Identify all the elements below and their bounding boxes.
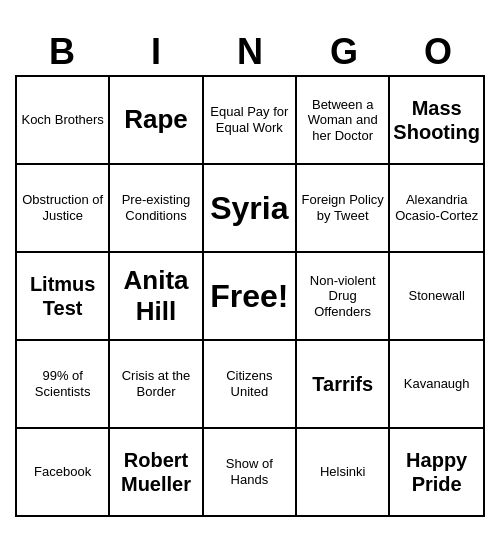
bingo-cell: Happy Pride <box>390 429 485 517</box>
bingo-cell: Facebook <box>17 429 110 517</box>
bingo-grid: Koch BrothersRapeEqual Pay for Equal Wor… <box>15 75 485 517</box>
bingo-cell: Pre-existing Conditions <box>110 165 203 253</box>
bingo-cell: Kavanaugh <box>390 341 485 429</box>
bingo-cell: Alexandria Ocasio-Cortez <box>390 165 485 253</box>
bingo-cell: Robert Mueller <box>110 429 203 517</box>
bingo-cell: Helsinki <box>297 429 390 517</box>
bingo-header: B I N G O <box>15 27 485 75</box>
bingo-cell: 99% of Scientists <box>17 341 110 429</box>
bingo-cell: Show of Hands <box>204 429 297 517</box>
bingo-cell: Obstruction of Justice <box>17 165 110 253</box>
bingo-cell: Foreign Policy by Tweet <box>297 165 390 253</box>
bingo-cell: Litmus Test <box>17 253 110 341</box>
bingo-cell: Mass Shooting <box>390 77 485 165</box>
bingo-cell: Citizens United <box>204 341 297 429</box>
bingo-card: B I N G O Koch BrothersRapeEqual Pay for… <box>15 27 485 517</box>
bingo-cell: Tarrifs <box>297 341 390 429</box>
bingo-cell: Free! <box>204 253 297 341</box>
bingo-cell: Between a Woman and her Doctor <box>297 77 390 165</box>
bingo-cell: Anita Hill <box>110 253 203 341</box>
letter-i: I <box>113 31 199 73</box>
bingo-cell: Koch Brothers <box>17 77 110 165</box>
letter-b: B <box>19 31 105 73</box>
letter-o: O <box>395 31 481 73</box>
bingo-cell: Stonewall <box>390 253 485 341</box>
letter-g: G <box>301 31 387 73</box>
bingo-cell: Crisis at the Border <box>110 341 203 429</box>
letter-n: N <box>207 31 293 73</box>
bingo-cell: Equal Pay for Equal Work <box>204 77 297 165</box>
bingo-cell: Rape <box>110 77 203 165</box>
bingo-cell: Non-violent Drug Offenders <box>297 253 390 341</box>
bingo-cell: Syria <box>204 165 297 253</box>
